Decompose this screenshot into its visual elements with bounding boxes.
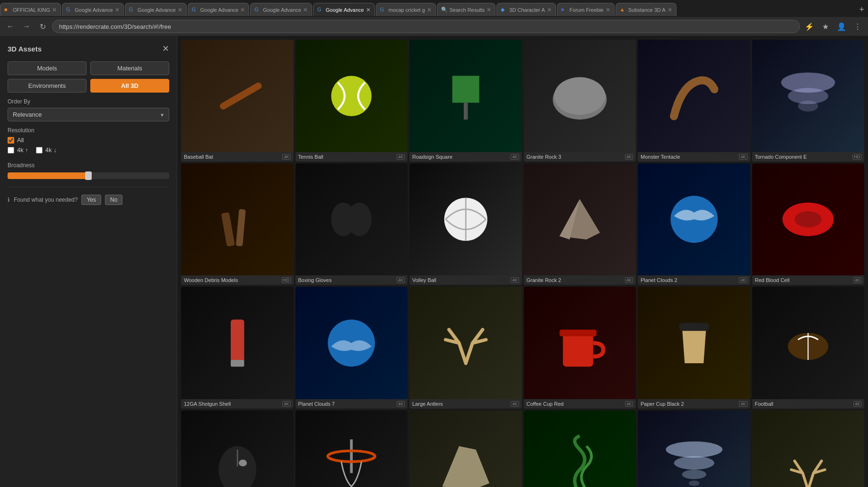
grid-item-3[interactable]: Granite Rock 3 4K bbox=[524, 40, 636, 162]
found-label: Found what you needed? bbox=[14, 197, 78, 203]
grid-item-16[interactable]: Paper Cup Black 2 4K bbox=[638, 287, 750, 409]
tab-close-4[interactable]: ✕ bbox=[240, 7, 245, 13]
tab-label-2: Google Advance bbox=[75, 7, 113, 13]
browser-tab-11[interactable]: ▲ Substance 3D A ✕ bbox=[616, 3, 677, 16]
address-bar[interactable]: https://rendercrate.com/3D/search/#!/fre… bbox=[52, 20, 800, 33]
sidebar-header: 3D Assets ✕ bbox=[8, 43, 169, 54]
grid-item-name-1: Tennis Ball bbox=[298, 154, 395, 160]
resolution-4k-down-checkbox[interactable] bbox=[36, 147, 43, 154]
grid-item-0[interactable]: Baseball Bat 4K bbox=[181, 40, 294, 162]
tab-close-11[interactable]: ✕ bbox=[668, 7, 672, 13]
models-button[interactable]: Models bbox=[8, 61, 87, 75]
browser-tab-6[interactable]: G Google Advance ✕ bbox=[313, 3, 375, 16]
resolution-4k-down-label[interactable]: 4k ↓ bbox=[45, 146, 57, 154]
grid-item-badge-15: 4K bbox=[625, 401, 633, 407]
grid-item-info-17: Football 4K bbox=[752, 399, 865, 409]
tab-close-6[interactable]: ✕ bbox=[366, 7, 371, 13]
resolution-all-checkbox[interactable] bbox=[8, 137, 14, 144]
extensions-button[interactable]: ⚡ bbox=[803, 20, 816, 33]
new-tab-button[interactable]: + bbox=[855, 5, 868, 15]
grid-item-5[interactable]: Tornado Component E HD bbox=[752, 40, 865, 162]
grid-item-17[interactable]: Football 4K bbox=[752, 287, 865, 409]
tab-close-2[interactable]: ✕ bbox=[115, 7, 120, 13]
browser-tab-1[interactable]: ■ OFFICIAL KING ✕ bbox=[0, 3, 61, 16]
grid-item-9[interactable]: Granite Rock 2 4K bbox=[524, 163, 636, 285]
grid-item-name-17: Football bbox=[755, 401, 851, 407]
browser-tab-9[interactable]: ◆ 3D Character A ✕ bbox=[496, 3, 556, 16]
grid-item-11[interactable]: Red Blood Cell 4K bbox=[752, 163, 865, 285]
grid-item-12[interactable]: 12GA Shotgun Shell 4K bbox=[181, 287, 294, 409]
grid-item-thumbnail-10 bbox=[638, 163, 750, 276]
broadness-slider[interactable] bbox=[8, 172, 169, 179]
grid-item-7[interactable]: Boxing Gloves 4K bbox=[295, 163, 408, 285]
browser-tab-4[interactable]: G Google Advance ✕ bbox=[188, 3, 250, 16]
tab-close-8[interactable]: ✕ bbox=[486, 7, 491, 13]
grid-item-13[interactable]: Planet Clouds 7 4K bbox=[295, 287, 408, 409]
tab-favicon-11: ▲ bbox=[620, 7, 626, 13]
found-yes-button[interactable]: Yes bbox=[81, 195, 101, 205]
grid-item-thumbnail-4 bbox=[638, 40, 750, 152]
found-no-button[interactable]: No bbox=[105, 195, 122, 205]
grid-item-info-11: Red Blood Cell 4K bbox=[752, 275, 865, 285]
grid-item-21[interactable]: Seaweed 1 2K bbox=[524, 410, 636, 487]
grid-item-2[interactable]: Roadsign Square 4K bbox=[409, 40, 522, 162]
tab-close-10[interactable]: ✕ bbox=[606, 7, 610, 13]
bookmark-button[interactable]: ★ bbox=[819, 20, 832, 33]
resolution-all-label[interactable]: All bbox=[17, 137, 24, 144]
back-button[interactable]: ← bbox=[4, 20, 17, 33]
grid-item-1[interactable]: Tennis Ball 4K bbox=[295, 40, 408, 162]
grid-item-18[interactable]: Office Mouse 4K bbox=[181, 410, 294, 487]
browser-tab-10[interactable]: ■ Forum Freebie ✕ bbox=[557, 3, 615, 16]
tab-close-5[interactable]: ✕ bbox=[303, 7, 308, 13]
svg-point-5 bbox=[554, 77, 605, 115]
refresh-button[interactable]: ↻ bbox=[36, 20, 49, 33]
grid-item-info-9: Granite Rock 2 4K bbox=[524, 275, 636, 285]
tab-close-1[interactable]: ✕ bbox=[52, 7, 57, 13]
svg-point-1 bbox=[331, 76, 372, 116]
resolution-all-row: All bbox=[8, 137, 169, 144]
tab-close-3[interactable]: ✕ bbox=[178, 7, 182, 13]
broadness-handle[interactable] bbox=[85, 171, 92, 180]
grid-item-23[interactable]: Small Antlers 4K bbox=[752, 410, 865, 487]
all-3d-button[interactable]: All 3D bbox=[90, 79, 169, 93]
svg-point-12 bbox=[347, 203, 372, 236]
grid-item-4[interactable]: Monster Tentacle 4K bbox=[638, 40, 750, 162]
grid-item-name-16: Paper Cup Black 2 bbox=[641, 401, 737, 407]
grid-item-info-3: Granite Rock 3 4K bbox=[524, 152, 636, 162]
browser-tab-8[interactable]: 🔍 Search Results ✕ bbox=[437, 3, 496, 16]
profile-button[interactable]: 👤 bbox=[835, 20, 848, 33]
forward-button[interactable]: → bbox=[20, 20, 33, 33]
browser-tab-5[interactable]: G Google Advance ✕ bbox=[250, 3, 312, 16]
svg-rect-3 bbox=[463, 103, 468, 120]
grid-item-15[interactable]: Coffee Cup Red 4K bbox=[524, 287, 636, 409]
grid-item-info-0: Baseball Bat 4K bbox=[181, 152, 294, 162]
grid-item-6[interactable]: Wooden Debris Models HD bbox=[181, 163, 294, 285]
materials-button[interactable]: Materials bbox=[90, 61, 169, 75]
resolution-4k-up-label[interactable]: 4k ↑ bbox=[17, 146, 28, 154]
sidebar-close-button[interactable]: ✕ bbox=[162, 43, 169, 54]
svg-rect-9 bbox=[221, 212, 234, 247]
grid-item-19[interactable]: Basketball Hoop 4K bbox=[295, 410, 408, 487]
grid-item-name-3: Granite Rock 3 bbox=[527, 154, 623, 160]
grid-item-22[interactable]: Tornado Component A HD bbox=[638, 410, 750, 487]
svg-rect-21 bbox=[231, 359, 244, 366]
grid-item-10[interactable]: Planet Clouds 2 4K bbox=[638, 163, 750, 285]
grid-item-badge-6: HD bbox=[282, 277, 291, 283]
grid-item-20[interactable]: Granite Rock 9 4K bbox=[409, 410, 522, 487]
grid-item-14[interactable]: Large Antlers 4K bbox=[409, 287, 522, 409]
grid-item-badge-2: 4K bbox=[511, 154, 519, 160]
browser-tab-3[interactable]: G Google Advance ✕ bbox=[125, 3, 187, 16]
grid-item-thumbnail-5 bbox=[752, 40, 865, 152]
browser-tab-2[interactable]: G Google Advance ✕ bbox=[62, 3, 124, 16]
menu-button[interactable]: ⋮ bbox=[851, 20, 864, 33]
tab-close-9[interactable]: ✕ bbox=[547, 7, 552, 13]
grid-item-name-11: Red Blood Cell bbox=[755, 277, 851, 283]
grid-item-8[interactable]: Volley Ball 4K bbox=[409, 163, 522, 285]
tab-label-3: Google Advance bbox=[138, 7, 176, 13]
browser-tab-7[interactable]: G mocap cricket g ✕ bbox=[376, 3, 436, 16]
order-by-select[interactable]: Relevance Newest Popular Name bbox=[8, 108, 169, 121]
environments-button[interactable]: Environments bbox=[8, 79, 87, 93]
grid-item-name-12: 12GA Shotgun Shell bbox=[184, 401, 280, 407]
resolution-4k-up-checkbox[interactable] bbox=[8, 147, 14, 154]
tab-close-7[interactable]: ✕ bbox=[427, 7, 432, 13]
